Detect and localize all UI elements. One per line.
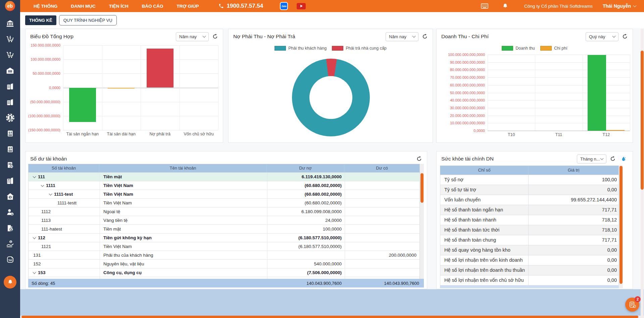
table-row[interactable]: Hệ số lợi nhuận trên doanh thu thuần0,00 [440, 265, 618, 275]
purchase-cart-icon[interactable] [0, 31, 20, 47]
asset-home-icon[interactable]: $ [0, 189, 20, 204]
keyboard-icon[interactable] [481, 3, 488, 9]
table-row[interactable]: 1121Tiền Việt Nam(6.180.577.510,0000) [29, 242, 419, 251]
table-row[interactable]: Hệ số thanh toán ngắn hạn717,71 [440, 205, 618, 215]
table-row[interactable]: Vốn luân chuyển99.655.272.144,4400 [440, 195, 618, 205]
y-tick: 60.000.000.000,0000 [450, 83, 485, 87]
metric-name-cell: Hệ số thanh toán tức thời [440, 225, 529, 235]
y-tick: 0,0000 [474, 129, 485, 133]
refresh-icon[interactable] [416, 156, 422, 162]
svg-text:TAX: TAX [8, 259, 12, 261]
table-row[interactable]: 1111-testTiền Việt Nam(60.680.002,0000) [29, 190, 419, 199]
scrollbar-thumb[interactable] [641, 51, 644, 190]
table-row[interactable]: 1111Tiền Việt Nam(60.680.002,0000) [29, 181, 419, 190]
hotline[interactable]: 1900.57.57.54 [218, 3, 263, 9]
table-row[interactable]: 1113Vàng tiền tệ24,0000 [29, 216, 419, 225]
user-menu[interactable]: Thái Nguyễn [603, 3, 636, 9]
nav-item-0[interactable]: HỆ THỐNG [34, 4, 57, 9]
table-row[interactable]: Hệ số thanh toán tức thời718,10 [440, 225, 618, 235]
legend-label: Phải thu khách hàng [288, 46, 327, 51]
collapse-caret-icon[interactable] [33, 236, 36, 239]
tab-quy-trinh-nghiep-vu[interactable]: QUY TRÌNH NGHIỆP VỤ [59, 15, 117, 25]
period-dropdown[interactable]: Năm nay [176, 32, 209, 41]
gridline [488, 116, 630, 116]
refresh-icon[interactable] [422, 34, 428, 40]
account-cell: 1111-test [29, 190, 100, 198]
scrollbar-thumb[interactable] [420, 173, 424, 203]
debit-cell: (6.180.577.510,0000) [267, 234, 345, 242]
period-dropdown[interactable]: Năm nay [386, 32, 418, 41]
table-row[interactable]: Tỷ số nợ100,00 [440, 175, 618, 185]
notification-bell-icon[interactable] [502, 3, 508, 9]
y-tick: (150.000.000,0000) [28, 128, 60, 132]
invoice-report-icon[interactable] [0, 78, 20, 94]
refresh-icon[interactable] [212, 34, 218, 40]
period-dropdown[interactable]: Quý này [586, 32, 618, 41]
table-row[interactable]: Hệ số lợi nhuận trên vốn kinh doanh0,00 [440, 255, 618, 265]
table-row[interactable]: Hệ số quay vòng hàng tồn kho0,00 [440, 245, 618, 255]
metric-value-cell: 100,00 [529, 175, 618, 185]
hotline-number: 1900.57.57.54 [227, 3, 263, 9]
table-row[interactable]: 153Công cụ, dụng cụ(7.506.000,0000) [29, 268, 419, 277]
youtube-icon[interactable] [297, 3, 306, 9]
table-row[interactable]: 1111-testtTiền Việt Nam(60.680.002,0000) [29, 199, 419, 207]
bar-Nợ phải trả [147, 49, 174, 87]
invoice-report-2-icon[interactable] [0, 94, 20, 110]
collapse-caret-icon[interactable] [33, 270, 36, 274]
price-list-2-icon[interactable]: $ [0, 141, 20, 157]
nav-item-4[interactable]: TRỢ GIÚP [177, 4, 199, 9]
left-sidebar: $ $ % $ $ $ $ TAX [0, 12, 20, 318]
quick-note-button[interactable]: 2 [625, 298, 639, 312]
scrollbar-thumb[interactable] [21, 316, 638, 318]
scrollbar-thumb[interactable] [620, 166, 623, 284]
table-row[interactable]: 131Phải thu của khách hàng200.000,0000 [29, 251, 419, 260]
table-row[interactable]: 111-hatestTiền mặt100,0000 [29, 225, 419, 234]
page-bottom-area [20, 289, 644, 316]
table-row[interactable]: Hệ số thanh toán chung717,71 [440, 235, 618, 245]
tax-file-icon[interactable]: TAX [0, 252, 20, 267]
bank-icon[interactable] [0, 15, 20, 31]
table-row[interactable]: 152Nguyên liệu, vật liệu540.000,0000 [29, 260, 419, 268]
legend-swatch [275, 46, 286, 51]
nav-item-2[interactable]: TIỆN ÍCH [109, 4, 129, 9]
tax-percent-icon[interactable]: % [0, 157, 20, 173]
gridline [488, 108, 630, 108]
table-row[interactable]: Hệ số lợi nhuận trên vốn chủ sở hữu0,00 [440, 275, 618, 285]
user-settings-icon[interactable] [0, 110, 20, 126]
table-row[interactable]: 1112Ngoại tệ6.180.099.008,0000 [29, 207, 419, 216]
calculator-report-icon[interactable] [0, 173, 20, 189]
zalo-icon[interactable]: Zalo [280, 2, 288, 10]
price-list-icon[interactable]: $ [0, 126, 20, 141]
water-drop-icon[interactable] [619, 154, 628, 163]
x-axis-labels: Tài sản ngắn hạnTài sản dài hạnNợ phải t… [63, 132, 218, 138]
sidebar-notification-button[interactable] [4, 276, 16, 289]
table-body: Tỷ số nợ100,00Tỷ số tự tài trợ0,00Vốn lu… [440, 175, 619, 285]
refresh-icon[interactable] [622, 34, 628, 40]
cash-hand-icon[interactable]: $ [0, 236, 20, 252]
account-name-cell: Ngoại tệ [100, 207, 267, 216]
x-tick: Nợ phải trả [150, 132, 170, 136]
payroll-user-icon[interactable]: $ [0, 204, 20, 220]
warehouse-icon[interactable] [0, 63, 20, 78]
metric-value-cell: 717,71 [529, 205, 618, 215]
collapse-caret-icon[interactable] [41, 183, 44, 187]
refresh-icon[interactable] [610, 156, 616, 162]
table-row[interactable]: 111Tiền mặt6.119.419.130,0000 [29, 173, 419, 181]
period-dropdown[interactable]: Tháng n... [577, 154, 606, 164]
nav-item-1[interactable]: DANH MỤC [71, 4, 96, 9]
table-row[interactable]: Tỷ số tự tài trợ0,00 [440, 185, 618, 195]
contract-money-icon[interactable]: $ [0, 220, 20, 236]
nav-item-3[interactable]: BÁO CÁO [142, 4, 163, 9]
y-tick: 100.000.000,0000 [31, 57, 60, 61]
tab-thong-ke[interactable]: THỐNG KÊ [25, 15, 56, 25]
table-row[interactable]: 112Tiền gửi không kỳ hạn(6.180.577.510,0… [29, 234, 419, 242]
summary-chart-panel: Biểu Đồ Tổng Hợp Năm nay 150.000.000,000… [25, 29, 223, 143]
phone-icon [218, 3, 224, 9]
collapse-caret-icon[interactable] [33, 175, 36, 178]
table-row[interactable]: Hệ số thanh toán nhanh718,12 [440, 215, 618, 225]
sales-cart-icon[interactable] [0, 47, 20, 63]
collapse-caret-icon[interactable] [49, 192, 52, 195]
debit-total: 140.043.900,7600 [267, 279, 345, 288]
logo-block[interactable]: eb [0, 0, 20, 12]
play-icon [300, 5, 303, 7]
